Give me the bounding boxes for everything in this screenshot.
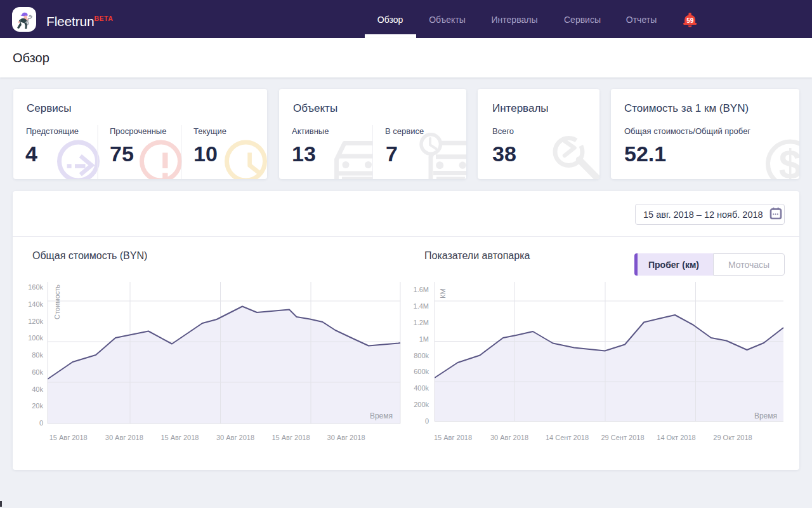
svg-text:14 Сент 2018: 14 Сент 2018 [546,434,589,441]
svg-text:1M: 1M [419,335,429,343]
svg-text:14 Окт 2018: 14 Окт 2018 [657,434,695,441]
svg-text:120k: 120k [28,318,43,325]
svg-text:30 Авг 2018: 30 Авг 2018 [216,434,254,441]
svg-text:Стоимость: Стоимость [53,284,61,319]
svg-text:59: 59 [686,17,694,24]
svg-text:200k: 200k [414,401,429,408]
svg-text:15 Авг 2018: 15 Авг 2018 [272,434,310,441]
svg-text:15 Авг 2018: 15 Авг 2018 [160,434,199,441]
svg-text:29 Сент 2018: 29 Сент 2018 [601,434,645,441]
svg-text:15 Авг 2018: 15 Авг 2018 [434,434,472,441]
svg-text:1.2M: 1.2M [414,319,429,326]
svg-text:600k: 600k [414,368,429,375]
svg-text:Время: Время [370,411,393,420]
svg-text:100k: 100k [28,334,43,342]
svg-text:400k: 400k [414,384,429,392]
svg-text:40k: 40k [32,385,43,393]
svg-text:29 Окт 2018: 29 Окт 2018 [713,434,752,441]
svg-text:0: 0 [425,417,429,425]
svg-text:Время: Время [754,411,777,420]
svg-text:30 Авг 2018: 30 Авг 2018 [327,434,365,441]
svg-text:15 Авг 2018: 15 Авг 2018 [49,434,88,441]
svg-text:140k: 140k [28,300,43,308]
svg-text:30 Авг 2018: 30 Авг 2018 [105,434,143,441]
svg-text:20k: 20k [32,402,43,410]
svg-text:0: 0 [39,419,43,427]
svg-text:60k: 60k [32,368,43,376]
svg-text:КМ: КМ [439,288,447,298]
svg-text:1.6M: 1.6M [414,286,429,293]
svg-text:30 Авг 2018: 30 Авг 2018 [490,434,528,441]
svg-text:$: $ [778,142,799,179]
svg-text:160k: 160k [28,283,43,291]
svg-text:800k: 800k [414,352,429,359]
svg-text:80k: 80k [32,351,43,359]
svg-text:1.4M: 1.4M [414,302,429,310]
